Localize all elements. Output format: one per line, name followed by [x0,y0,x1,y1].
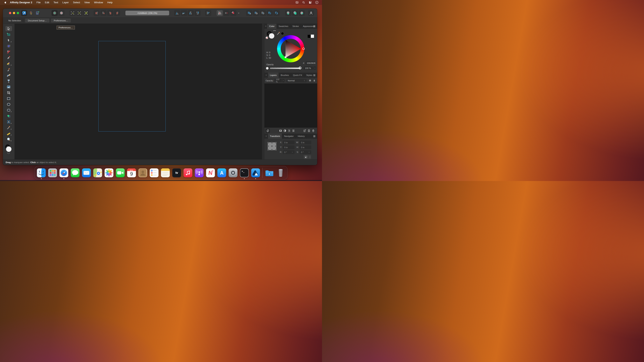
panel-drag-handle[interactable] [264,134,268,139]
flip-horizontal-button[interactable] [174,10,180,16]
rotation-field[interactable]: 0 ° [283,150,294,154]
zoom-window-button[interactable] [17,12,19,14]
dock-launchpad[interactable] [48,168,57,177]
rectangle-tool[interactable] [6,96,12,101]
preferences-button[interactable]: Preferences… [51,18,71,22]
link-dimensions-icon[interactable] [313,141,316,148]
move-backward-button[interactable] [107,10,113,16]
canvas[interactable]: Preferences… [14,24,262,160]
black-swatch[interactable] [308,35,311,38]
transform-origin-button[interactable] [304,155,308,159]
swap-fill-stroke-icon[interactable] [273,29,276,31]
ellipse-tool[interactable] [6,102,12,107]
rotate-cw-button[interactable] [194,10,201,16]
node-tool[interactable] [6,38,12,43]
snap-grid-button[interactable] [76,10,82,16]
dock-photos[interactable] [104,168,114,177]
tab-navigator[interactable]: Navigator [282,134,296,139]
dock-facetime[interactable] [116,168,125,177]
color-triangle[interactable] [277,35,304,62]
saturation-lightness-selector[interactable] [284,56,286,58]
rotate-ccw-button[interactable] [188,10,194,16]
export-persona-button[interactable] [34,10,41,16]
y-field[interactable]: 0 in [283,146,294,149]
opacity-dropdown-chevron[interactable] [314,66,316,70]
fill-gradient-tool[interactable] [6,73,12,78]
crop-tool[interactable] [6,90,12,95]
snapping-options-chevron[interactable] [237,10,240,16]
move-to-front-button[interactable] [94,10,100,16]
lock-layer-icon[interactable] [312,79,316,83]
panel-menu-icon[interactable] [312,73,316,78]
dock-tv[interactable]: tv [172,168,181,177]
shape-builder-tool[interactable] [6,113,12,119]
pixel-persona-button[interactable] [28,10,34,16]
insert-on-top-button[interactable] [299,10,305,16]
dock-notes[interactable] [161,168,170,177]
hex-input[interactable]: EBEBEB [306,61,315,65]
dock-finder[interactable] [37,168,46,177]
dock-news[interactable]: N [206,168,215,177]
dock-terminal[interactable]: >_ [240,168,249,177]
blend-options-gear-icon[interactable] [308,79,312,83]
opacity-slider[interactable] [270,68,300,69]
boolean-divide-button[interactable] [266,10,273,16]
panel-menu-icon[interactable] [312,24,316,29]
boolean-intersect-button[interactable] [260,10,266,16]
designer-persona-button[interactable] [21,10,27,16]
layers-list[interactable] [264,83,317,128]
minimize-window-button[interactable] [13,12,15,14]
rounded-rectangle-tool[interactable] [6,108,12,113]
dock-podcasts[interactable] [195,168,204,177]
adjustment-layer-button[interactable] [283,129,287,133]
insert-inside-button[interactable] [292,10,298,16]
layer-opacity-field[interactable]: 100 % [274,79,282,82]
artboard-tool[interactable] [6,32,12,37]
add-layer-button[interactable] [302,129,307,133]
opacity-slider-knob[interactable] [299,67,302,69]
corner-tool[interactable] [6,49,12,54]
tab-history[interactable]: History [296,134,307,139]
dock-music[interactable] [184,168,192,177]
live-filter-button[interactable] [291,129,296,133]
hardware-acceleration-button[interactable] [58,10,64,16]
h-field[interactable]: 0 in [300,146,311,149]
artistic-text-tool[interactable] [6,119,12,124]
menu-file[interactable]: File [34,1,43,4]
dock-mail[interactable] [82,168,91,177]
dock-calendar[interactable]: NOV 9 [127,168,136,177]
snap-selection-button[interactable] [70,10,76,16]
alignment-button[interactable] [205,10,211,16]
tab-brushes[interactable]: Brushes [279,73,291,78]
delete-layer-button[interactable] [311,129,316,133]
fill-color-indicator[interactable] [269,33,274,39]
apple-menu[interactable] [3,1,8,4]
swap-colors-icon[interactable] [7,153,10,154]
duplicate-layer-button[interactable] [266,129,270,133]
anchor-point-selector[interactable] [268,142,276,150]
picked-color-swatch[interactable] [281,32,284,35]
dock-divider[interactable] [262,168,263,178]
dock-app-store[interactable]: A [218,168,226,177]
panel-drag-handle[interactable] [264,73,268,78]
black-white-swatches[interactable] [308,34,314,38]
measure-tool[interactable] [6,131,12,136]
dock-trash[interactable] [276,168,285,177]
white-swatch[interactable] [311,34,314,38]
panel-menu-icon[interactable] [312,134,316,139]
pen-tool[interactable] [6,55,12,60]
control-center-icon[interactable] [307,0,314,5]
dock-downloads[interactable] [265,168,274,177]
dock-safari[interactable] [60,168,68,177]
tab-stroke[interactable]: Stroke [290,24,301,29]
dock-contacts[interactable] [138,168,148,177]
tab-transform[interactable]: Transform [268,134,282,139]
boolean-add-button[interactable] [246,10,252,16]
layer-effects-button[interactable] [287,129,291,133]
layer-opacity-chevron[interactable] [282,79,284,82]
move-tool[interactable] [6,26,12,31]
w-field[interactable]: 0 in [300,141,311,144]
pencil-tool[interactable] [6,61,12,66]
transparency-tool[interactable] [6,78,12,83]
add-pixel-layer-button[interactable] [307,129,311,133]
